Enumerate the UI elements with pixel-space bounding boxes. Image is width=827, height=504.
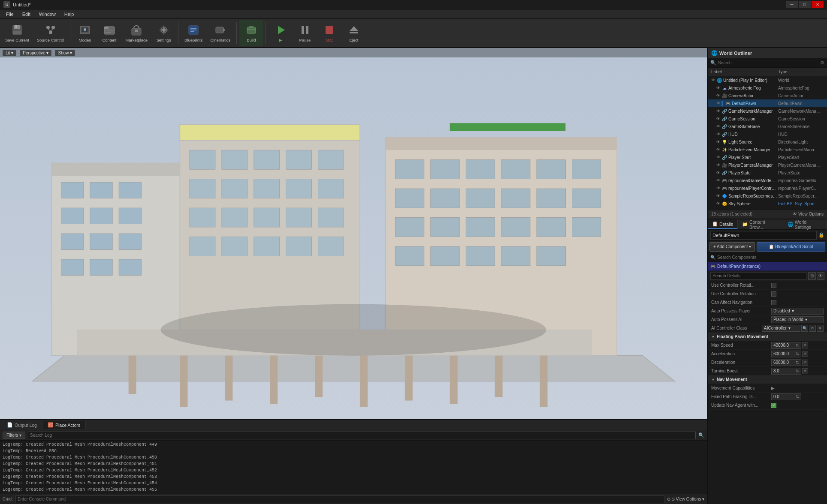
viewport[interactable]: Lit ▾ Perspective ▾ Show ▾ — [0, 48, 707, 419]
modes-button[interactable]: Modes — [73, 20, 97, 46]
fixed-path-spinner[interactable]: ⇅ — [796, 394, 799, 399]
input-acceleration[interactable]: 60000.0 ⇅ — [771, 351, 801, 357]
outliner-item[interactable]: 👁🎮repounrealGameModeBaserepounrealGameMo… — [708, 177, 827, 184]
ai-controller-browse-button[interactable]: 🔍 — [801, 325, 808, 332]
output-log-tab[interactable]: 📄 Output Log — [2, 421, 42, 429]
blueprint-add-script-button[interactable]: 📋 Blueprint/Add Script — [757, 242, 825, 252]
outliner-item[interactable]: 👁🔗Player StartPlayerStart — [708, 153, 827, 161]
show-button[interactable]: Show ▾ — [55, 50, 75, 56]
acceleration-reset-button[interactable]: ↺ — [802, 351, 808, 357]
outliner-item[interactable]: 👁🎥PlayerCameraManagerPlayerCameraMana... — [708, 161, 827, 169]
component-search-input[interactable] — [717, 255, 824, 260]
outliner-item[interactable]: 👁🌐Untitled (Play In Editor)World — [708, 76, 827, 84]
visibility-icon[interactable]: 👁 — [715, 124, 721, 129]
visibility-icon[interactable]: 👁 — [715, 139, 721, 144]
prop-value-turning-boost[interactable]: 8.0 ⇅ ↺ — [771, 368, 824, 375]
prop-value-controller-rotation[interactable] — [771, 283, 824, 288]
prop-value-update-nav[interactable]: ✓ — [771, 403, 824, 408]
visibility-icon[interactable]: 👁 — [715, 147, 721, 152]
input-fixed-path[interactable]: 0.0 ⇅ — [771, 393, 801, 400]
close-button[interactable]: ✕ — [812, 1, 824, 8]
save-current-button[interactable]: Save Current — [2, 20, 33, 46]
actor-type[interactable]: Edit BP_Sky_Sphe... — [778, 201, 825, 206]
visibility-icon[interactable]: 👁 — [715, 162, 721, 168]
settings-button[interactable]: Settings — [152, 20, 175, 46]
prop-value-deceleration[interactable]: 60000.0 ⇅ ↺ — [771, 359, 824, 366]
checkbox-controller-rotation[interactable] — [771, 283, 776, 288]
section-nav-movement[interactable]: ▼ Nav Movement — [708, 375, 827, 384]
visibility-icon[interactable]: 👁 — [715, 108, 721, 114]
outliner-item[interactable]: 👁💡Light SourceDirectionalLight — [708, 138, 827, 146]
deceleration-reset-button[interactable]: ↺ — [802, 360, 808, 366]
ai-controller-clear-button[interactable]: ✕ — [817, 325, 824, 332]
visibility-icon[interactable]: 👁 — [715, 101, 721, 106]
dropdown-ai-controller[interactable]: AIController ▾ — [762, 325, 800, 332]
actor-name-input[interactable] — [710, 231, 817, 240]
cinematics-button[interactable]: Cinematics — [207, 20, 234, 46]
outliner-item[interactable]: 👁🌞Sky SphereEdit BP_Sky_Sphe... — [708, 200, 827, 207]
dropdown-auto-possess-ai[interactable]: Placed in World ▾ — [771, 316, 824, 323]
details-eye-button[interactable]: 👁 — [817, 272, 824, 280]
stop-button[interactable]: Stop — [317, 20, 341, 46]
pause-button[interactable]: Pause — [293, 20, 317, 46]
build-button[interactable]: Build — [239, 20, 263, 46]
lit-button[interactable]: Lit ▾ — [3, 50, 16, 56]
outliner-item[interactable]: 👁✨ParticleEventManagerParticleEventMana.… — [708, 146, 827, 153]
prop-value-use-controller[interactable] — [771, 291, 824, 297]
prop-value-auto-possess-ai[interactable]: Placed in World ▾ — [771, 316, 824, 323]
visibility-icon[interactable]: 👁 — [710, 78, 715, 83]
outliner-item[interactable]: 👁🎮DefaultPawnDefaultPawn — [708, 99, 827, 107]
view-options-button[interactable]: 👁 View Options — [793, 212, 824, 216]
max-speed-reset-button[interactable]: ↺ — [802, 342, 808, 348]
details-grid-view-button[interactable]: ⊞ — [808, 272, 816, 280]
content-button[interactable]: Content — [97, 20, 121, 46]
outliner-item[interactable]: 👁🔗GameStateBaseGameStateBase — [708, 123, 827, 130]
outliner-options-icon[interactable]: ⚙ — [820, 60, 824, 66]
play-button[interactable]: ▶ — [269, 20, 292, 46]
outliner-item[interactable]: 👁🔗HUDHUD — [708, 130, 827, 138]
prop-value-movement-cap[interactable]: ▶ — [771, 386, 824, 390]
perspective-button[interactable]: Perspective ▾ — [20, 50, 51, 56]
blueprints-button[interactable]: Blueprints — [181, 20, 206, 46]
outliner-item[interactable]: 👁🔗GameSessionGameSession — [708, 115, 827, 123]
visibility-icon[interactable]: 👁 — [715, 85, 721, 90]
input-deceleration[interactable]: 60000.0 ⇅ — [771, 359, 801, 366]
visibility-icon[interactable]: 👁 — [715, 193, 721, 198]
prop-value-fixed-path[interactable]: 0.0 ⇅ — [771, 393, 824, 400]
outliner-item[interactable]: 👁🔷SampleRepoSupermeshActorSampleRepoSupe… — [708, 192, 827, 200]
visibility-icon[interactable]: 👁 — [715, 186, 721, 191]
outliner-item[interactable]: 👁☁Atmospheric FogAtmosphericFog — [708, 84, 827, 92]
max-speed-spinner[interactable]: ⇅ — [796, 343, 799, 348]
dropdown-auto-possess[interactable]: Disabled ▾ — [771, 308, 824, 315]
maximize-button[interactable]: □ — [799, 1, 811, 8]
visibility-icon[interactable]: 👁 — [715, 178, 721, 183]
add-component-button[interactable]: + Add Component ▾ — [709, 242, 755, 252]
input-turning-boost[interactable]: 8.0 ⇅ — [771, 368, 801, 375]
outliner-item[interactable]: 👁🎥CameraActorCameraActor — [708, 92, 827, 99]
ai-controller-reset-button[interactable]: ↺ — [809, 325, 816, 332]
menu-help[interactable]: Help — [60, 11, 78, 18]
details-search-input[interactable] — [710, 272, 806, 280]
menu-window[interactable]: Window — [35, 11, 60, 18]
marketplace-button[interactable]: Marketplace — [122, 20, 151, 46]
menu-file[interactable]: File — [2, 11, 18, 18]
outliner-item[interactable]: 👁🔗GameNetworkManagerGameNetworkMana... — [708, 107, 827, 115]
minimize-button[interactable]: ─ — [786, 1, 798, 8]
source-control-button[interactable]: Source Control — [33, 20, 67, 46]
visibility-icon[interactable]: 👁 — [715, 116, 721, 121]
log-search-input[interactable] — [28, 432, 696, 439]
checkbox-nav[interactable] — [771, 300, 776, 305]
checkbox-update-nav[interactable]: ✓ — [771, 403, 776, 408]
cmd-view-options[interactable]: ⊙ ⊙ View Options ▾ — [667, 497, 704, 501]
deceleration-spinner[interactable]: ⇅ — [796, 360, 799, 365]
visibility-icon[interactable]: 👁 — [715, 155, 721, 160]
input-max-speed[interactable]: 40000.0 ⇅ — [771, 342, 801, 349]
turning-boost-reset-button[interactable]: ↺ — [802, 368, 808, 374]
outliner-search-input[interactable] — [718, 60, 818, 65]
eject-button[interactable]: Eject — [342, 20, 365, 46]
expand-icon[interactable]: ▶ — [771, 386, 775, 390]
component-item[interactable]: 🎮 DefaultPawn(Instance) — [708, 262, 827, 271]
visibility-icon[interactable]: 👁 — [715, 201, 721, 206]
place-actors-tab[interactable]: 🧱 Place Actors — [42, 421, 86, 429]
log-filter-button[interactable]: Filters ▾ — [3, 432, 25, 439]
